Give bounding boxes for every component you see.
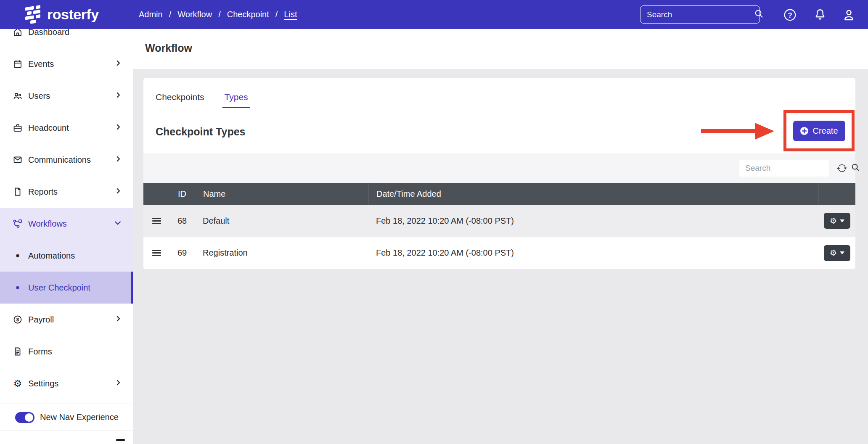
new-nav-toggle-row: New Nav Experience <box>0 404 133 431</box>
sidebar-item-label: Headcount <box>28 123 69 133</box>
red-arrow-annotation <box>701 122 775 140</box>
cell-date: Feb 18, 2022 10:20 AM (-08:00 PST) <box>368 216 818 226</box>
global-search-input[interactable] <box>640 10 754 19</box>
logo-wordmark: rosterfy <box>47 6 99 23</box>
briefcase-icon <box>13 123 23 133</box>
cell-id: 68 <box>171 216 194 226</box>
sidebar-item-events[interactable]: Events <box>0 48 133 80</box>
breadcrumb-admin[interactable]: Admin <box>139 10 163 19</box>
bell-icon[interactable] <box>812 7 828 22</box>
file-icon <box>13 187 23 197</box>
row-actions-button[interactable]: ⚙ <box>824 213 850 229</box>
top-navbar: rosterfy Admin / Workflow / Checkpoint /… <box>0 0 868 29</box>
sidebar-item-payroll[interactable]: $ Payroll <box>0 304 133 336</box>
global-search <box>640 5 760 24</box>
search-icon[interactable] <box>851 163 860 174</box>
header-cell-id: ID <box>171 183 194 205</box>
chevron-right-icon <box>114 59 122 69</box>
breadcrumb-list[interactable]: List <box>284 10 297 19</box>
sidebar-nav-list: Dashboard Events Users Headcount <box>0 16 133 399</box>
red-box-annotation: Create <box>783 110 855 151</box>
bullet-icon: ● <box>13 283 23 293</box>
cell-name: Registration <box>194 248 368 258</box>
collapse-minus-icon[interactable] <box>116 439 125 441</box>
sidebar-item-user-checkpoint[interactable]: ● User Checkpoint <box>0 272 133 304</box>
sidebar-item-forms[interactable]: Forms <box>0 336 133 367</box>
file-text-icon <box>13 346 23 357</box>
tab-bar: Checkpoints Types <box>156 92 248 102</box>
tab-types[interactable]: Types <box>225 92 248 102</box>
caret-down-icon <box>840 251 844 254</box>
row-actions-button[interactable]: ⚙ <box>824 245 850 261</box>
people-icon <box>13 91 23 101</box>
create-button[interactable]: Create <box>793 121 845 141</box>
breadcrumb-separator: / <box>275 10 278 19</box>
breadcrumb-workflow[interactable]: Workflow <box>177 10 212 19</box>
search-icon[interactable] <box>754 9 764 20</box>
chevron-down-icon <box>114 219 122 229</box>
drag-handle-icon[interactable] <box>152 217 171 225</box>
header-cell-name: Name <box>194 183 368 205</box>
svg-text:?: ? <box>788 11 792 19</box>
header-cell-actions <box>818 183 855 205</box>
envelope-icon <box>13 155 23 165</box>
plus-circle-icon <box>800 127 809 135</box>
chevron-right-icon <box>114 187 122 196</box>
cell-name: Default <box>194 216 368 226</box>
table-toolbar <box>143 153 855 183</box>
sidebar-item-communications[interactable]: Communications <box>0 144 133 176</box>
create-button-label: Create <box>812 126 838 136</box>
table-search-input[interactable] <box>739 164 851 173</box>
toggle-label: New Nav Experience <box>40 412 119 422</box>
breadcrumb-separator: / <box>169 10 172 19</box>
sidebar-item-label: Events <box>28 59 54 69</box>
sidebar-item-label: Reports <box>28 187 58 197</box>
sidebar-item-users[interactable]: Users <box>0 80 133 112</box>
help-icon[interactable]: ? <box>782 7 797 22</box>
sidebar-item-label: Automations <box>28 251 75 261</box>
breadcrumb: Admin / Workflow / Checkpoint / List <box>139 0 297 29</box>
sidebar-item-automations[interactable]: ● Automations <box>0 240 133 272</box>
toggle-knob <box>25 413 33 422</box>
sidebar: Dashboard Events Users Headcount <box>0 0 133 444</box>
checkpoint-types-card: Checkpoints Types Checkpoint Types Creat… <box>143 78 855 269</box>
cell-date: Feb 18, 2022 10:20 AM (-08:00 PST) <box>368 248 818 258</box>
sidebar-item-label: User Checkpoint <box>28 283 90 293</box>
breadcrumb-separator: / <box>218 10 221 19</box>
chevron-right-icon <box>114 315 122 324</box>
page-title-band: Workflow <box>133 29 868 69</box>
refresh-icon[interactable] <box>835 161 849 175</box>
chevron-right-icon <box>114 91 122 100</box>
divider <box>0 431 133 431</box>
gear-icon: ⚙ <box>13 378 23 388</box>
rosterfy-logo[interactable]: rosterfy <box>24 0 99 29</box>
sidebar-item-settings[interactable]: ⚙ Settings <box>0 367 133 399</box>
gear-icon: ⚙ <box>830 249 837 257</box>
new-nav-toggle[interactable] <box>15 412 34 423</box>
sidebar-item-reports[interactable]: Reports <box>0 176 133 208</box>
table-row[interactable]: 68 Default Feb 18, 2022 10:20 AM (-08:00… <box>143 205 855 237</box>
sidebar-item-label: Settings <box>28 379 58 388</box>
tab-checkpoints[interactable]: Checkpoints <box>156 92 204 102</box>
account-icon[interactable] <box>841 7 856 22</box>
sidebar-item-label: Forms <box>28 347 52 357</box>
header-cell-handle <box>143 183 171 205</box>
bullet-icon: ● <box>13 251 23 261</box>
checkpoint-types-table: ID Name Date/Time Added 68 Default Feb 1… <box>143 183 855 269</box>
calendar-icon <box>13 59 23 69</box>
table-header-row: ID Name Date/Time Added <box>143 183 855 205</box>
sidebar-item-label: Users <box>28 91 50 101</box>
drag-handle-icon[interactable] <box>152 249 171 256</box>
sidebar-item-label: Workflows <box>28 219 67 229</box>
svg-text:$: $ <box>16 317 19 322</box>
table-row[interactable]: 69 Registration Feb 18, 2022 10:20 AM (-… <box>143 237 855 269</box>
sidebar-item-label: Communications <box>28 155 91 165</box>
sidebar-item-workflows[interactable]: Workflows <box>0 208 133 240</box>
breadcrumb-checkpoint[interactable]: Checkpoint <box>227 10 269 19</box>
sidebar-item-headcount[interactable]: Headcount <box>0 112 133 144</box>
rosterfy-mark-icon <box>24 5 42 24</box>
page-title: Workflow <box>145 42 192 54</box>
dollar-circle-icon: $ <box>13 314 23 325</box>
header-cell-date: Date/Time Added <box>368 183 818 205</box>
workflow-icon <box>13 219 23 229</box>
